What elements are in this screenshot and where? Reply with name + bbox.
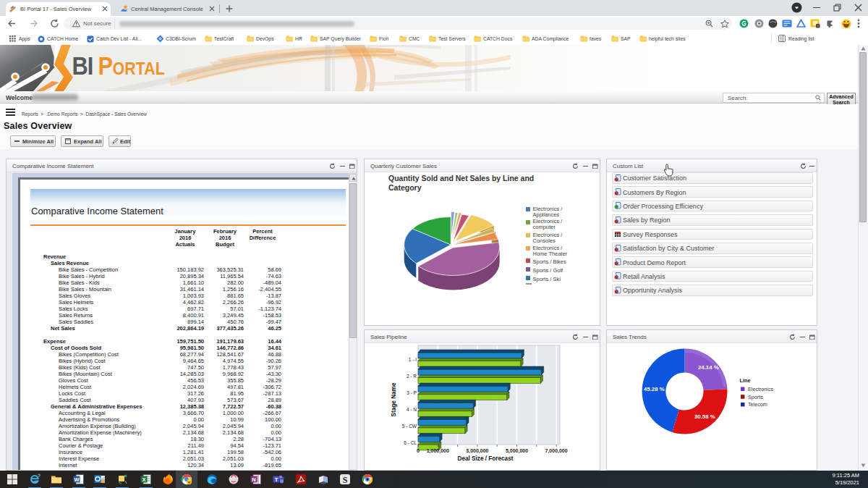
svg-text:3,000,000: 3,000,000 xyxy=(466,448,488,454)
svg-text:7,000,000: 7,000,000 xyxy=(545,448,568,454)
svg-text:Electronics: Electronics xyxy=(748,386,774,392)
svg-text:0: 0 xyxy=(417,448,420,453)
svg-text:24.14 %: 24.14 % xyxy=(698,364,719,371)
svg-text:5,000,000: 5,000,000 xyxy=(506,448,528,454)
svg-text:Stage Name: Stage Name xyxy=(391,382,397,416)
svg-text:W: W xyxy=(74,476,80,483)
svg-text:Line: Line xyxy=(740,377,751,384)
svg-text:2 - R: 2 - R xyxy=(407,374,417,379)
svg-text:X: X xyxy=(142,476,145,483)
svg-text:4 - N: 4 - N xyxy=(407,407,417,412)
svg-text:Telecom: Telecom xyxy=(748,401,767,408)
svg-text:5 - CW: 5 - CW xyxy=(402,424,417,429)
svg-text:6 - CL: 6 - CL xyxy=(404,440,417,445)
svg-text:T: T xyxy=(275,476,278,483)
svg-text:BI: BI xyxy=(72,51,93,80)
svg-text:S: S xyxy=(343,475,348,485)
svg-text:N: N xyxy=(252,476,255,483)
svg-text:Deal Size / Forecast: Deal Size / Forecast xyxy=(458,455,514,462)
svg-text:ORTAL: ORTAL xyxy=(113,59,165,79)
svg-text:30.58 %: 30.58 % xyxy=(694,413,715,420)
svg-text:45.28 %: 45.28 % xyxy=(644,386,665,392)
svg-text:1,000,000: 1,000,000 xyxy=(427,448,449,454)
svg-text:Sports: Sports xyxy=(748,394,763,400)
svg-text:P: P xyxy=(98,51,113,80)
svg-text:3 - P: 3 - P xyxy=(407,390,417,395)
svg-text:1 - I: 1 - I xyxy=(409,357,417,362)
